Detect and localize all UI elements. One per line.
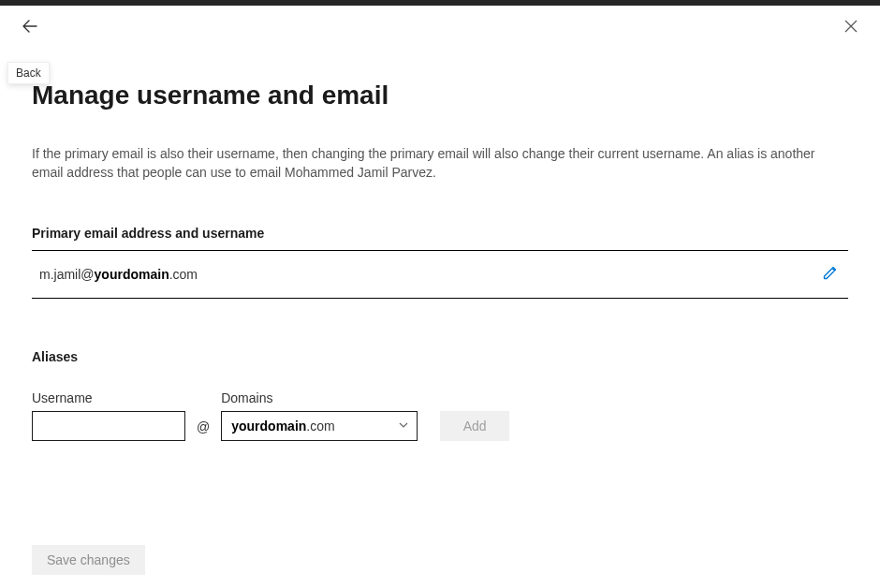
domains-field-label: Domains: [221, 390, 418, 405]
page-description: If the primary email is also their usern…: [32, 144, 848, 183]
primary-email-value: m.jamil@yourdomain.com: [39, 267, 198, 282]
page-title: Manage username and email: [32, 81, 848, 110]
alias-domain-select[interactable]: yourdomain.com: [221, 411, 418, 441]
main-content: Manage username and email If the primary…: [0, 36, 880, 441]
close-button[interactable]: [843, 18, 859, 35]
primary-email-at: @: [81, 267, 94, 282]
add-alias-button[interactable]: Add: [440, 411, 509, 441]
primary-email-row: m.jamil@yourdomain.com: [32, 250, 848, 299]
alias-username-input[interactable]: [32, 411, 185, 441]
pencil-icon: [822, 264, 839, 281]
selected-domain-text: yourdomain.com: [231, 419, 334, 434]
username-field-group: Username: [32, 390, 185, 441]
arrow-left-icon: [22, 18, 38, 35]
edit-primary-email-button[interactable]: [822, 264, 839, 285]
alias-form-row: Username @ Domains yourdomain.com Add: [32, 390, 848, 441]
selected-domain-name: yourdomain: [231, 419, 306, 434]
back-button[interactable]: [21, 17, 39, 36]
back-tooltip: Back: [7, 62, 50, 84]
selected-domain-tld: .com: [306, 419, 334, 434]
domains-field-group: Domains yourdomain.com: [221, 390, 418, 441]
save-changes-button[interactable]: Save changes: [32, 545, 145, 575]
close-icon: [844, 20, 858, 33]
primary-email-domain: yourdomain: [95, 267, 169, 282]
primary-email-local: m.jamil: [39, 267, 81, 282]
at-symbol: @: [197, 419, 210, 441]
chevron-down-icon: [398, 419, 409, 434]
primary-email-tld: .com: [169, 267, 198, 282]
header-row: [0, 6, 880, 36]
username-field-label: Username: [32, 390, 185, 405]
aliases-section-label: Aliases: [32, 349, 848, 364]
primary-email-section-label: Primary email address and username: [32, 226, 848, 241]
footer: Save changes: [32, 545, 145, 575]
